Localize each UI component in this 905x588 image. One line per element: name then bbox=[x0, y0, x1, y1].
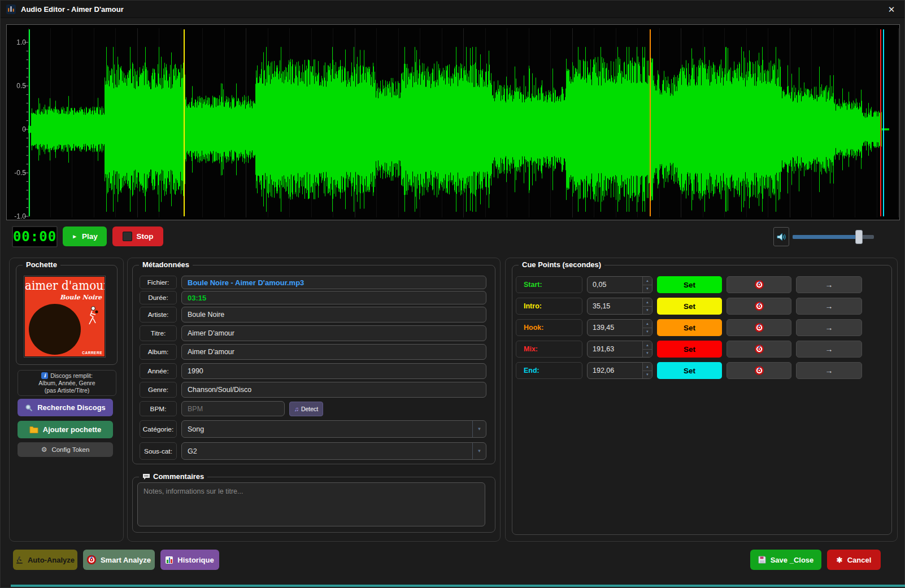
souscat-label: Sous-cat: bbox=[140, 442, 177, 460]
bpm-detect-label: Detect bbox=[301, 406, 318, 412]
souscat-select[interactable]: G2 ▼ bbox=[181, 442, 486, 460]
album-input[interactable] bbox=[181, 344, 486, 360]
historique-button[interactable]: Historique bbox=[160, 550, 219, 570]
genre-input[interactable] bbox=[181, 382, 486, 398]
spin-down-icon[interactable]: ▼ bbox=[643, 371, 652, 379]
ajouter-pochette-label: Ajouter pochette bbox=[43, 425, 101, 434]
categorie-label: Catégorie: bbox=[140, 420, 177, 438]
cue-intro-set-button[interactable]: Set bbox=[657, 298, 722, 315]
cue-hook-label: Hook: bbox=[516, 319, 582, 336]
spin-up-icon[interactable]: ▲ bbox=[643, 363, 652, 371]
arrow-right-icon: → bbox=[825, 345, 833, 354]
cancel-button[interactable]: ✱ Cancel bbox=[827, 550, 881, 570]
waveform-canvas[interactable] bbox=[7, 25, 899, 220]
save-close-button[interactable]: Save _Close bbox=[750, 550, 821, 570]
artiste-input[interactable] bbox=[181, 307, 486, 323]
field-row-souscat: Sous-cat: G2 ▼ bbox=[140, 442, 486, 460]
arrow-right-icon: → bbox=[825, 323, 833, 332]
arrow-right-icon: → bbox=[825, 302, 833, 311]
recherche-discogs-label: Recherche Discogs bbox=[37, 403, 106, 412]
speaker-icon bbox=[777, 233, 786, 241]
field-row-titre: Titre: bbox=[140, 325, 486, 341]
close-button[interactable]: ✕ bbox=[878, 1, 904, 18]
stop-icon bbox=[123, 232, 132, 241]
cancel-icon: ✱ bbox=[837, 556, 843, 564]
folder-icon bbox=[29, 426, 38, 433]
spin-down-icon[interactable]: ▼ bbox=[643, 307, 652, 315]
music-note-icon: ♫ bbox=[294, 406, 299, 412]
cue-hook-input[interactable] bbox=[588, 320, 642, 336]
annee-input[interactable] bbox=[181, 363, 486, 379]
bpm-detect-button[interactable]: ♫ Detect bbox=[289, 402, 323, 416]
ajouter-pochette-button[interactable]: Ajouter pochette bbox=[18, 421, 113, 438]
save-icon bbox=[758, 556, 766, 564]
categorie-select[interactable]: Song ▼ bbox=[181, 420, 486, 438]
cue-start-input[interactable] bbox=[588, 277, 642, 293]
metadata-legend: Métadonnées bbox=[139, 260, 193, 269]
discogs-note-line1: Discogs remplit: bbox=[50, 372, 93, 380]
recherche-discogs-button[interactable]: Recherche Discogs bbox=[18, 399, 113, 416]
spin-up-icon[interactable]: ▲ bbox=[643, 341, 652, 350]
play-button[interactable]: ► Play bbox=[63, 227, 107, 246]
cue-hook-goto-button[interactable] bbox=[726, 319, 791, 336]
target-icon bbox=[87, 555, 96, 564]
taskbar-edge bbox=[11, 585, 905, 587]
cover-artist: Boule Noire bbox=[60, 294, 102, 301]
cue-hook-set-button[interactable]: Set bbox=[657, 319, 722, 336]
config-token-button[interactable]: ⚙ Config Token bbox=[18, 442, 113, 457]
cue-mix-jump-button[interactable]: → bbox=[796, 341, 862, 358]
spin-up-icon[interactable]: ▲ bbox=[643, 277, 652, 285]
cue-mix-label: Mix: bbox=[516, 341, 582, 358]
smart-analyze-button[interactable]: Smart Analyze bbox=[83, 550, 155, 570]
play-icon: ► bbox=[72, 233, 77, 239]
spin-down-icon[interactable]: ▼ bbox=[643, 285, 652, 293]
cue-end-goto-button[interactable] bbox=[726, 362, 791, 379]
spin-down-icon[interactable]: ▼ bbox=[643, 328, 652, 336]
comments-legend: Commentaires bbox=[139, 472, 207, 481]
volume-icon-box[interactable] bbox=[773, 227, 789, 246]
cue-intro-goto-button[interactable] bbox=[726, 298, 791, 315]
spin-up-icon[interactable]: ▲ bbox=[643, 298, 652, 307]
cue-start-goto-button[interactable] bbox=[726, 276, 791, 293]
spin-down-icon[interactable]: ▼ bbox=[643, 350, 652, 358]
spin-up-icon[interactable]: ▲ bbox=[643, 320, 652, 328]
waveform-panel[interactable]: 1.0 0.5 0 -0.5 -1.0 bbox=[6, 24, 900, 220]
auto-analyze-button[interactable]: Auto-Analyze bbox=[13, 550, 77, 570]
cue-start-jump-button[interactable]: → bbox=[796, 276, 862, 293]
cue-hook-jump-button[interactable]: → bbox=[796, 319, 862, 336]
cue-mix-set-button[interactable]: Set bbox=[657, 341, 722, 358]
bpm-input[interactable] bbox=[181, 401, 285, 416]
speech-bubble-icon bbox=[142, 473, 150, 480]
target-icon bbox=[755, 345, 764, 354]
magnifier-icon bbox=[25, 404, 33, 412]
target-icon bbox=[755, 280, 764, 289]
cue-mix-goto-button[interactable] bbox=[726, 341, 791, 358]
genre-label: Genre: bbox=[140, 382, 177, 398]
cue-intro-input[interactable] bbox=[588, 298, 642, 314]
cue-start-set-button[interactable]: Set bbox=[657, 276, 722, 293]
cue-end-set-button[interactable]: Set bbox=[657, 362, 722, 379]
titre-input[interactable] bbox=[181, 325, 486, 341]
stop-button[interactable]: Stop bbox=[112, 227, 163, 246]
arrow-right-icon: → bbox=[825, 366, 833, 375]
categorie-value: Song bbox=[182, 425, 472, 433]
auto-analyze-label: Auto-Analyze bbox=[28, 556, 75, 564]
microscope-icon bbox=[16, 556, 23, 564]
album-cover[interactable]: aimer d'amour Boule Noire CARRERE bbox=[24, 276, 105, 357]
cue-end-input[interactable] bbox=[588, 363, 642, 378]
comments-textarea[interactable] bbox=[137, 482, 485, 526]
cue-intro-input-wrap: ▲▼ bbox=[587, 298, 652, 315]
cue-mix-input[interactable] bbox=[588, 341, 642, 357]
bpm-label: BPM: bbox=[140, 401, 177, 416]
cue-end-jump-button[interactable]: → bbox=[796, 362, 862, 379]
bar-chart-icon bbox=[166, 556, 173, 564]
volume-slider[interactable] bbox=[793, 227, 874, 246]
y-axis-label: -0.5 bbox=[10, 169, 26, 177]
volume-thumb[interactable] bbox=[855, 230, 863, 244]
cue-legend: Cue Points (secondes) bbox=[519, 260, 604, 269]
discogs-note-line2: Album, Année, Genre bbox=[38, 380, 95, 387]
pochette-legend: Pochette bbox=[23, 260, 60, 269]
cover-vinyl-circle bbox=[29, 304, 81, 355]
cue-intro-jump-button[interactable]: → bbox=[796, 298, 862, 315]
play-label: Play bbox=[82, 232, 98, 241]
